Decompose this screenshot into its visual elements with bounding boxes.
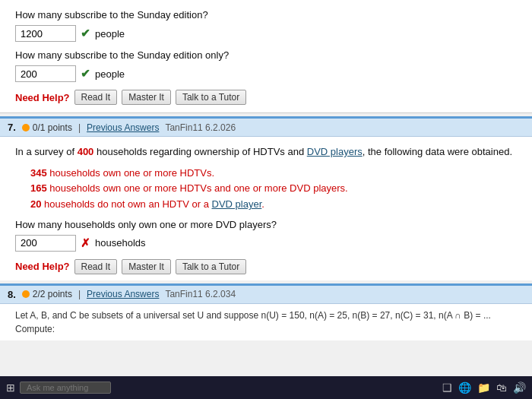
wrong-mark-q7: ✗ [81, 236, 90, 250]
q7-ref: TanFin11 6.2.026 [165, 122, 236, 133]
people-label-sunday-only: people [95, 68, 125, 80]
q7-stat-list: 345 households own one or more HDTVs. 16… [30, 166, 517, 213]
taskbar: ⊞ ❑ 🌐 📁 🛍 🔊 [0, 376, 532, 399]
question-8-section: 8. 2/2 points | Previous Answers TanFin1… [0, 283, 532, 340]
taskbar-system-icons: ❑ 🌐 📁 🛍 🔊 [442, 382, 526, 394]
volume-icon[interactable]: 🔊 [513, 382, 526, 394]
master-it-button-q7[interactable]: Master It [122, 259, 171, 274]
read-it-button-q7[interactable]: Read It [74, 259, 118, 274]
q8-separator: | [78, 289, 81, 299]
sunday-only-answer-row: ✔ people [15, 65, 517, 82]
need-help-row-top: Need Help? Read It Master It Talk to a T… [15, 90, 517, 105]
q8-ref: TanFin11 6.2.034 [165, 289, 236, 299]
q8-number: 8. [8, 289, 16, 300]
read-it-button-top[interactable]: Read It [74, 90, 118, 105]
q7-prev-answers[interactable]: Previous Answers [87, 122, 159, 133]
q7-stat2: 165 households own one or more HDTVs and… [30, 181, 517, 197]
need-help-row-q7: Need Help? Read It Master It Talk to a T… [15, 259, 517, 274]
top-section: How many subscribe to the Sunday edition… [0, 0, 532, 113]
talk-tutor-button-top[interactable]: Talk to a Tutor [176, 90, 246, 105]
q7-body: In a survey of 400 households regarding … [0, 137, 532, 280]
question-7-section: 7. 0/1 points | Previous Answers TanFin1… [0, 116, 532, 280]
q7-survey-intro: In a survey of 400 households regarding … [15, 144, 517, 160]
q8-body: Let A, B, and C be subsets of a universa… [0, 304, 532, 340]
q7-header: 7. 0/1 points | Previous Answers TanFin1… [0, 119, 532, 137]
check-icon-sunday: ✔ [81, 27, 90, 40]
master-it-button-top[interactable]: Master It [122, 90, 171, 105]
q8-prev-answers[interactable]: Previous Answers [87, 289, 159, 299]
q7-unit: households [95, 237, 146, 249]
task-view-icon[interactable]: ❑ [442, 382, 452, 394]
q8-compute-label: Compute: [15, 324, 517, 334]
sunday-only-answer-input[interactable] [15, 65, 76, 82]
q7-stat3: 20 households do not own an HDTV or a DV… [30, 197, 517, 213]
q8-points: 2/2 points [33, 289, 72, 299]
q-sunday-only-label: How many subscribe to the Sunday edition… [15, 49, 517, 61]
store-icon[interactable]: 🛍 [496, 382, 507, 394]
orange-dot-q8 [22, 290, 30, 298]
check-icon-sunday-only: ✔ [81, 67, 90, 81]
sunday-answer-input[interactable] [15, 25, 76, 42]
q7-answer-row: ✗ households [15, 235, 517, 252]
q7-points-badge: 0/1 points [22, 122, 72, 133]
q7-dvd-link[interactable]: DVD players [307, 146, 363, 157]
q7-points: 0/1 points [33, 122, 72, 133]
q7-number: 7. [8, 122, 16, 133]
q7-stat1: 345 households own one or more HDTVs. [30, 166, 517, 182]
folder-icon[interactable]: 📁 [477, 382, 490, 394]
need-help-text-top: Need Help? [15, 92, 70, 103]
q7-answer-input[interactable] [15, 235, 76, 252]
q7-sub-question: How many households only own one or more… [15, 219, 517, 230]
orange-dot-q7 [22, 124, 30, 131]
q8-body-text: Let A, B, and C be subsets of a universa… [15, 310, 517, 321]
q8-header: 8. 2/2 points | Previous Answers TanFin1… [0, 286, 532, 304]
taskbar-search-input[interactable] [20, 382, 111, 394]
main-container: How many subscribe to the Sunday edition… [0, 0, 532, 399]
talk-tutor-button-q7[interactable]: Talk to a Tutor [176, 259, 246, 274]
q7-separator: | [78, 122, 81, 133]
q-sunday-label: How many subscribe to the Sunday edition… [15, 9, 517, 21]
people-label-sunday: people [95, 28, 125, 40]
browser-icon[interactable]: 🌐 [458, 382, 471, 394]
need-help-text-q7: Need Help? [15, 261, 70, 272]
q8-points-badge: 2/2 points [22, 289, 72, 299]
sunday-answer-row: ✔ people [15, 25, 517, 42]
windows-icon[interactable]: ⊞ [6, 382, 15, 394]
q7-stat3-dvd-link[interactable]: DVD player [212, 198, 262, 210]
q7-400: 400 [78, 146, 94, 157]
